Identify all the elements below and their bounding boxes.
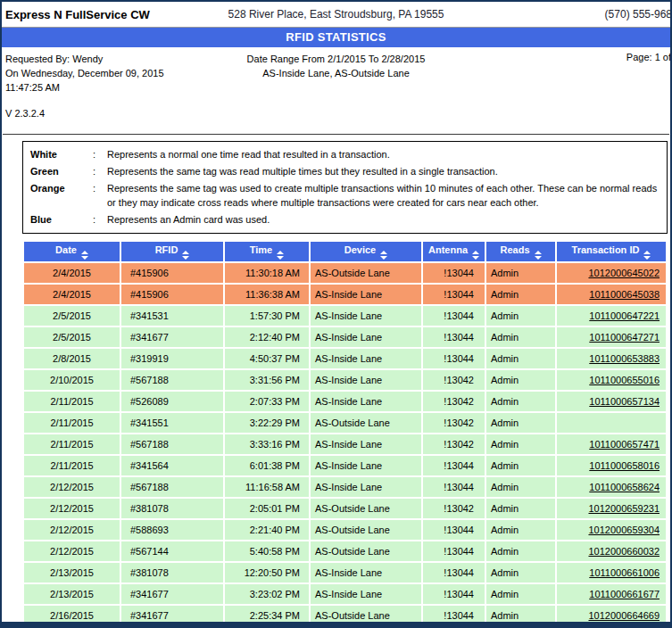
column-header-label: Time <box>250 244 272 255</box>
cell-rfid: #381078 <box>121 499 223 518</box>
transaction-link[interactable]: 1011000645038 <box>589 289 660 300</box>
cell-transaction_id: 1011000657134 <box>557 392 666 411</box>
cell-antenna: !13044 <box>423 456 485 475</box>
cell-time: 3:23:02 PM <box>225 584 309 604</box>
cell-rfid: #567144 <box>121 541 223 561</box>
cell-transaction_id: 1011000655016 <box>557 370 666 390</box>
lane-filter: AS-Inside Lane, AS-Outside Lane <box>2 66 670 80</box>
sort-icon[interactable] <box>380 251 387 260</box>
cell-device: AS-Outside Lane <box>311 499 421 518</box>
cell-date: 2/12/2015 <box>24 541 120 561</box>
transaction-link[interactable]: 1012000659231 <box>588 503 660 514</box>
sort-icon[interactable] <box>81 251 88 260</box>
cell-transaction_id: 1012000659231 <box>557 499 666 518</box>
cell-reads: Admin <box>486 584 555 604</box>
sort-icon[interactable] <box>277 251 284 260</box>
sort-icon[interactable] <box>182 251 189 260</box>
transaction-link[interactable]: 1011000661006 <box>589 567 660 578</box>
cell-antenna: !13044 <box>423 285 485 304</box>
section-divider <box>3 134 669 135</box>
transaction-link[interactable]: 1011000655016 <box>589 375 660 385</box>
cell-transaction_id: 1012000660032 <box>557 541 666 561</box>
cell-date: 2/12/2015 <box>24 477 120 497</box>
rfid-statistics-report: Express N FullService CW 528 River Place… <box>0 0 672 628</box>
table-row: 2/16/2015#3416772:25:34 PMAS-Outside Lan… <box>24 606 666 625</box>
sort-icon[interactable] <box>535 251 542 260</box>
transaction-link[interactable]: 1011000647271 <box>589 332 660 343</box>
column-header-rfid[interactable]: RFID <box>121 242 223 261</box>
cell-rfid: #567188 <box>121 477 223 497</box>
cell-antenna: !13042 <box>423 413 485 433</box>
cell-time: 3:33:16 PM <box>225 434 309 454</box>
table-body: 2/4/2015#41590611:30:18 AMAS-Outside Lan… <box>24 263 666 625</box>
cell-date: 2/11/2015 <box>24 392 120 411</box>
sort-icon[interactable] <box>643 251 651 260</box>
column-header-transaction_id[interactable]: Transaction ID <box>557 242 666 261</box>
transaction-link[interactable]: 1011000658016 <box>589 460 660 471</box>
legend-colon: : <box>93 147 107 161</box>
cell-reads: Admin <box>486 392 555 411</box>
transaction-link[interactable]: 1011000657134 <box>589 396 660 407</box>
cell-antenna: !13044 <box>423 327 485 347</box>
report-title-bar: RFID STATISTICS <box>2 28 670 47</box>
cell-transaction_id: 1011000657471 <box>557 434 666 454</box>
cell-time: 1:57:30 PM <box>225 306 309 326</box>
transaction-link[interactable]: 1012000660032 <box>588 546 660 557</box>
cell-rfid: #415906 <box>121 285 223 304</box>
transaction-link[interactable]: 1012000645022 <box>588 268 660 278</box>
cell-antenna: !13042 <box>423 499 485 518</box>
report-title: RFID STATISTICS <box>286 30 386 44</box>
cell-antenna: !13044 <box>423 563 485 583</box>
cell-transaction_id: 1011000661006 <box>557 563 666 583</box>
sort-up-arrow-icon <box>535 251 542 254</box>
table-row: 2/11/2015#5260892:07:33 PMAS-Inside Lane… <box>24 392 666 411</box>
sort-up-arrow-icon <box>380 251 387 254</box>
cell-antenna: !13044 <box>423 306 485 326</box>
table-row: 2/5/2015#3416772:12:40 PMAS-Inside Lane!… <box>24 327 666 347</box>
cell-rfid: #588693 <box>121 520 223 540</box>
transaction-link[interactable]: 1012000659304 <box>588 525 660 535</box>
report-header: Express N FullService CW 528 River Place… <box>2 2 670 28</box>
cell-transaction_id: 1011000658624 <box>557 477 666 497</box>
cell-device: AS-Inside Lane <box>311 477 421 497</box>
filter-info: Date Range From 2/1/2015 To 2/28/2015 AS… <box>2 52 670 80</box>
legend-description: Represents a normal one time read that r… <box>107 147 660 161</box>
table-row: 2/13/2015#3416773:23:02 PMAS-Inside Lane… <box>24 584 666 604</box>
transaction-link[interactable]: 1011000653883 <box>589 353 660 364</box>
column-header-date[interactable]: Date <box>24 242 120 261</box>
column-header-device[interactable]: Device <box>311 242 421 261</box>
column-header-label: Transaction ID <box>572 244 640 255</box>
legend-description: Represents the same tag was used to crea… <box>107 181 660 210</box>
transaction-link[interactable]: 1011000658624 <box>589 482 660 492</box>
report-info: Requested By: Wendy On Wednesday, Decemb… <box>2 47 670 134</box>
version-label: V 2.3.2.4 <box>5 106 670 120</box>
transaction-link[interactable]: 1011000657471 <box>589 439 660 450</box>
transaction-link[interactable]: 1012000664669 <box>588 610 660 621</box>
column-header-time[interactable]: Time <box>225 242 309 261</box>
cell-device: AS-Inside Lane <box>311 327 421 347</box>
sort-down-arrow-icon <box>535 256 542 260</box>
cell-antenna: !13044 <box>423 477 485 497</box>
sort-up-arrow-icon <box>472 251 479 254</box>
cell-reads: Admin <box>486 499 555 518</box>
cell-reads: Admin <box>486 520 555 540</box>
cell-date: 2/16/2015 <box>24 606 120 625</box>
cell-device: AS-Inside Lane <box>311 563 421 583</box>
column-header-reads[interactable]: Reads <box>486 242 555 261</box>
cell-antenna: !13044 <box>423 263 485 283</box>
table-header-row: DateRFIDTimeDeviceAntennaReadsTransactio… <box>24 242 666 261</box>
cell-reads: Admin <box>486 477 555 497</box>
sort-icon[interactable] <box>472 251 479 260</box>
table-row: 2/5/2015#3415311:57:30 PMAS-Inside Lane!… <box>24 306 666 326</box>
column-header-label: Reads <box>500 244 529 255</box>
column-header-antenna[interactable]: Antenna <box>423 242 485 261</box>
cell-antenna: !13044 <box>423 584 485 604</box>
cell-device: AS-Outside Lane <box>311 413 421 433</box>
cell-reads: Admin <box>486 327 555 347</box>
cell-transaction_id: 1011000647271 <box>557 327 666 347</box>
cell-device: AS-Inside Lane <box>311 434 421 454</box>
cell-rfid: #341677 <box>121 606 223 625</box>
transaction-link[interactable]: 1011000661677 <box>589 589 660 599</box>
transaction-link[interactable]: 1011000647221 <box>589 310 660 321</box>
table-row: 2/10/2015#5671883:31:56 PMAS-Inside Lane… <box>24 370 666 390</box>
